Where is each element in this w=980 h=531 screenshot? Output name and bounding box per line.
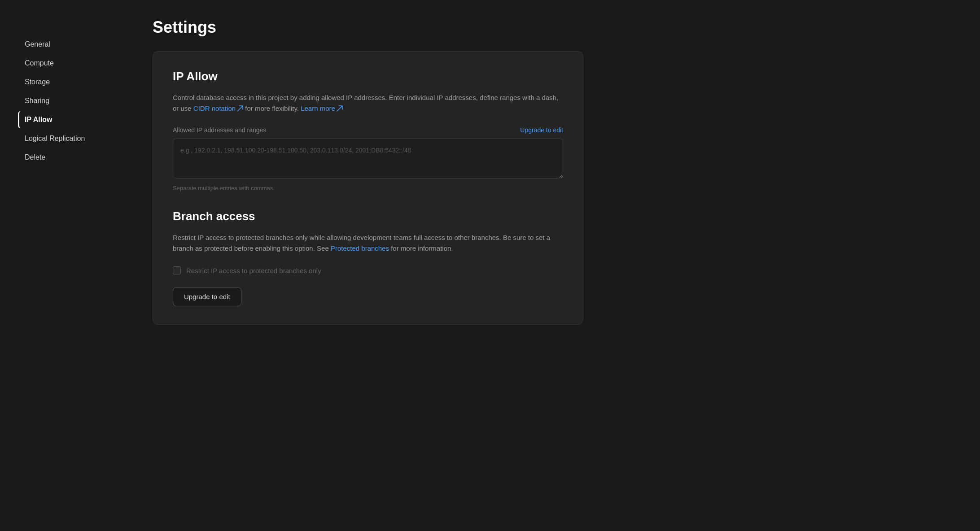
sidebar-item-storage[interactable]: Storage — [18, 74, 115, 91]
ip-addresses-textarea[interactable] — [173, 138, 563, 178]
ip-allow-description: Control database access in this project … — [173, 92, 563, 114]
sidebar-item-delete[interactable]: Delete — [18, 149, 115, 166]
sidebar-item-label: Compute — [25, 59, 54, 67]
settings-card: IP Allow Control database access in this… — [153, 51, 583, 325]
field-hint: Separate multiple entries with commas. — [173, 185, 563, 192]
sidebar-item-label: IP Allow — [25, 116, 52, 123]
sidebar: General Compute Storage Sharing IP Allow… — [0, 0, 126, 531]
branch-access-section: Branch access Restrict IP access to prot… — [173, 209, 563, 306]
sidebar-item-logical-replication[interactable]: Logical Replication — [18, 130, 115, 147]
checkbox-row: Restrict IP access to protected branches… — [173, 266, 563, 274]
sidebar-item-label: Storage — [25, 78, 50, 86]
protected-branches-link[interactable]: Protected branches — [331, 244, 389, 252]
sidebar-item-compute[interactable]: Compute — [18, 55, 115, 72]
sidebar-item-label: Sharing — [25, 97, 49, 104]
upgrade-to-edit-link[interactable]: Upgrade to edit — [520, 126, 563, 134]
main-content: Settings IP Allow Control database acces… — [126, 0, 980, 531]
checkbox-label: Restrict IP access to protected branches… — [186, 267, 321, 274]
sidebar-item-label: General — [25, 40, 50, 48]
cidr-notation-link[interactable]: CIDR notation — [193, 104, 243, 112]
sidebar-item-sharing[interactable]: Sharing — [18, 92, 115, 109]
learn-more-link[interactable]: Learn more — [301, 104, 343, 112]
field-label: Allowed IP addresses and ranges — [173, 126, 266, 134]
upgrade-to-edit-button[interactable]: Upgrade to edit — [173, 287, 241, 306]
external-link-icon — [237, 105, 243, 112]
ip-allow-title: IP Allow — [173, 70, 563, 83]
sidebar-item-general[interactable]: General — [18, 36, 115, 53]
ip-allow-section: IP Allow Control database access in this… — [173, 70, 563, 192]
sidebar-item-ip-allow[interactable]: IP Allow — [18, 111, 115, 128]
sidebar-item-label: Logical Replication — [25, 135, 85, 142]
restrict-ip-checkbox[interactable] — [173, 266, 181, 274]
ip-allow-desc-part2: for more flexibility. — [243, 104, 301, 112]
page-title: Settings — [153, 18, 953, 37]
branch-access-title: Branch access — [173, 209, 563, 223]
branch-desc-part2: for more information. — [389, 244, 453, 252]
branch-access-description: Restrict IP access to protected branches… — [173, 232, 563, 254]
external-link-icon-2 — [337, 105, 343, 112]
field-header: Allowed IP addresses and ranges Upgrade … — [173, 126, 563, 134]
sidebar-item-label: Delete — [25, 153, 45, 161]
